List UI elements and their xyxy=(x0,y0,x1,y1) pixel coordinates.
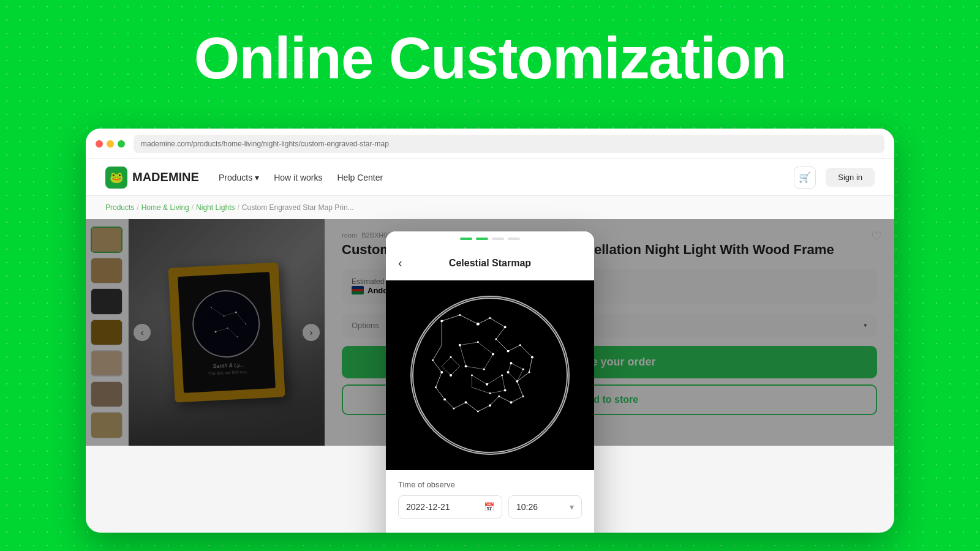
hero-title: Online Customization xyxy=(0,24,980,92)
date-input[interactable]: 2022-12-21 📅 xyxy=(398,495,502,519)
nav-links: Products ▾ How it works Help Center xyxy=(219,173,774,182)
svg-line-51 xyxy=(451,366,460,375)
svg-line-29 xyxy=(445,399,454,408)
svg-point-82 xyxy=(486,383,488,386)
svg-line-20 xyxy=(529,357,532,372)
modal-time-section: Time of observe 2022-12-21 📅 10:26 ▾ xyxy=(386,470,594,528)
time-input[interactable]: 10:26 ▾ xyxy=(508,495,582,519)
starmap-circle xyxy=(410,296,570,455)
svg-point-74 xyxy=(440,371,443,373)
svg-point-73 xyxy=(435,386,437,388)
customization-modal: ‹ Celestial Starmap xyxy=(386,231,594,533)
svg-point-58 xyxy=(504,326,507,328)
breadcrumb-night-lights[interactable]: Night Lights xyxy=(196,203,235,212)
nav-right: 🛒 Sign in xyxy=(794,167,875,189)
svg-line-25 xyxy=(490,396,499,405)
svg-line-27 xyxy=(466,402,478,411)
breadcrumb-products[interactable]: Products xyxy=(105,203,134,212)
modal-back-button[interactable]: ‹ xyxy=(398,256,402,270)
svg-line-43 xyxy=(490,391,505,394)
svg-line-19 xyxy=(520,345,532,358)
signin-button[interactable]: Sign in xyxy=(826,168,875,187)
svg-line-22 xyxy=(517,381,523,397)
svg-line-36 xyxy=(478,342,493,354)
nav-logo[interactable]: 🐸 MADEMINE xyxy=(105,167,199,189)
svg-point-79 xyxy=(483,369,485,370)
step-dot-2 xyxy=(476,238,488,240)
svg-point-65 xyxy=(522,395,524,397)
svg-point-55 xyxy=(459,314,461,316)
browser-topbar: mademine.com/products/home-living/night-… xyxy=(86,129,894,159)
svg-point-67 xyxy=(498,395,500,397)
svg-point-83 xyxy=(501,375,503,377)
svg-point-78 xyxy=(492,353,494,356)
svg-point-70 xyxy=(465,401,467,403)
svg-line-49 xyxy=(508,363,511,372)
svg-line-39 xyxy=(460,345,466,366)
browser-window: mademine.com/products/home-living/night-… xyxy=(86,129,894,533)
svg-line-47 xyxy=(517,369,523,381)
svg-line-12 xyxy=(442,315,460,321)
time-value: 10:26 xyxy=(516,502,538,512)
svg-point-80 xyxy=(465,365,467,367)
time-inputs: 2022-12-21 📅 10:26 ▾ xyxy=(398,495,582,519)
svg-point-61 xyxy=(519,344,521,346)
svg-point-63 xyxy=(529,372,530,373)
time-label: Time of observe xyxy=(398,480,582,489)
calendar-icon: 📅 xyxy=(484,502,494,512)
svg-point-75 xyxy=(432,359,434,361)
svg-line-28 xyxy=(454,402,466,408)
svg-line-32 xyxy=(432,360,442,372)
svg-point-71 xyxy=(453,408,454,410)
svg-point-77 xyxy=(477,341,479,343)
svg-line-44 xyxy=(472,388,490,394)
svg-line-52 xyxy=(442,366,451,375)
svg-point-90 xyxy=(450,374,452,377)
modal-progress xyxy=(386,231,594,246)
nav-help-center[interactable]: Help Center xyxy=(337,173,383,182)
nav-how-it-works[interactable]: How it works xyxy=(274,173,322,182)
products-dropdown-icon: ▾ xyxy=(255,173,259,182)
svg-line-41 xyxy=(487,375,502,384)
step-dot-3 xyxy=(492,238,504,240)
step-dot-1 xyxy=(460,238,472,240)
logo-text: MADEMINE xyxy=(132,170,199,184)
breadcrumb-home-living[interactable]: Home & Living xyxy=(141,203,189,212)
cart-button[interactable]: 🛒 xyxy=(794,167,816,189)
svg-point-88 xyxy=(507,371,510,373)
svg-line-18 xyxy=(508,345,521,351)
svg-line-33 xyxy=(432,345,442,361)
svg-line-17 xyxy=(496,339,508,351)
svg-line-35 xyxy=(460,342,478,345)
svg-point-91 xyxy=(413,298,567,452)
svg-line-23 xyxy=(511,396,523,402)
svg-point-76 xyxy=(459,344,461,347)
step-dot-4 xyxy=(508,238,520,240)
browser-close-dot[interactable] xyxy=(96,140,103,148)
modal-footer: NEXT xyxy=(386,528,594,533)
nav-products[interactable]: Products ▾ xyxy=(219,173,259,182)
date-value: 2022-12-21 xyxy=(406,502,450,512)
breadcrumb: Products / Home & Living / Night Lights … xyxy=(86,196,894,219)
svg-point-85 xyxy=(489,392,491,394)
svg-line-50 xyxy=(451,357,460,366)
svg-line-15 xyxy=(490,318,505,327)
svg-line-46 xyxy=(511,363,523,369)
constellation-svg xyxy=(412,297,568,454)
svg-line-13 xyxy=(460,315,478,324)
svg-line-14 xyxy=(478,318,490,324)
svg-point-56 xyxy=(477,323,480,326)
svg-line-21 xyxy=(517,372,529,381)
browser-maximize-dot[interactable] xyxy=(118,140,125,148)
svg-line-48 xyxy=(508,372,518,381)
svg-point-54 xyxy=(440,320,443,322)
svg-line-40 xyxy=(472,375,487,384)
svg-line-42 xyxy=(502,375,505,391)
browser-url-bar[interactable]: mademine.com/products/home-living/night-… xyxy=(134,135,884,153)
browser-minimize-dot[interactable] xyxy=(107,140,114,148)
svg-point-72 xyxy=(443,398,446,400)
svg-line-53 xyxy=(442,357,451,366)
starmap-preview xyxy=(386,280,594,470)
svg-point-68 xyxy=(489,404,491,407)
svg-line-24 xyxy=(499,396,511,402)
